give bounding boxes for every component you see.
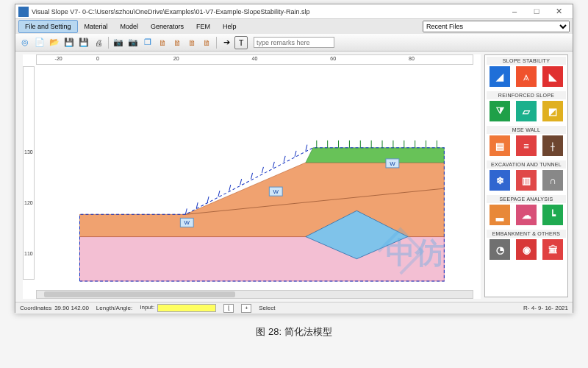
layer-orange bbox=[80, 163, 445, 237]
reinforced-3-icon[interactable]: ◩ bbox=[542, 101, 563, 121]
vertical-ruler: 130 120 110 bbox=[23, 66, 35, 280]
menu-fem[interactable]: FEM bbox=[190, 21, 216, 32]
snap-2-icon[interactable]: + bbox=[241, 304, 251, 313]
reinforced-1-icon[interactable]: ⧩ bbox=[490, 101, 510, 121]
svg-line-10 bbox=[295, 151, 296, 157]
arrow-icon[interactable]: ➔ bbox=[220, 36, 233, 49]
svg-line-5 bbox=[240, 179, 242, 185]
toolbar: ◎ 📄 📂 💾 💾 🖨 📷 📷 ❐ 🗎 🗎 🗎 🗎 ➔ T bbox=[15, 34, 573, 52]
reinforced-2-icon[interactable]: ▱ bbox=[516, 101, 537, 121]
scrollbar-thumb[interactable] bbox=[44, 291, 235, 297]
page-1-icon[interactable]: 🗎 bbox=[156, 36, 169, 49]
close-button[interactable]: ✕ bbox=[548, 5, 570, 18]
separator bbox=[216, 37, 217, 49]
page-2-icon[interactable]: 🗎 bbox=[171, 36, 184, 49]
slope-model: W W W 中仿 bbox=[36, 66, 473, 289]
print-icon[interactable]: 🖨 bbox=[92, 36, 105, 49]
open-file-icon[interactable]: 📄 bbox=[33, 36, 46, 49]
workspace: -20 0 20 40 60 80 130 120 110 bbox=[15, 52, 573, 302]
minimize-button[interactable]: – bbox=[503, 5, 526, 18]
seepage-3-icon[interactable]: ┕ bbox=[542, 205, 563, 225]
page-4-icon[interactable]: 🗎 bbox=[200, 36, 213, 49]
menu-generators[interactable]: Generators bbox=[145, 21, 190, 32]
text-tool-icon[interactable]: T bbox=[234, 36, 248, 49]
folder-icon[interactable]: 📂 bbox=[48, 36, 61, 49]
separator bbox=[108, 37, 109, 49]
slope-stability-2-icon[interactable]: ⟑ bbox=[516, 66, 537, 87]
svg-line-3 bbox=[218, 191, 220, 197]
tunnel-icon[interactable]: ∩ bbox=[542, 170, 563, 191]
menubar: File and Setting Material Model Generato… bbox=[15, 19, 573, 34]
svg-line-6 bbox=[251, 173, 253, 179]
figure-caption: 图 28: 简化法模型 bbox=[0, 316, 588, 339]
horizontal-ruler: -20 0 20 40 60 80 bbox=[36, 54, 473, 65]
embankment-2-icon[interactable]: ◉ bbox=[516, 239, 537, 260]
menu-model[interactable]: Model bbox=[115, 21, 145, 32]
embankment-1-icon[interactable]: ◔ bbox=[490, 239, 510, 260]
status-coord-label: Coordinates bbox=[20, 305, 51, 311]
menu-material[interactable]: Material bbox=[79, 21, 114, 32]
watermark: 中仿 bbox=[386, 236, 444, 268]
scrollbar-horizontal[interactable] bbox=[36, 290, 473, 299]
mse-1-icon[interactable]: ▤ bbox=[490, 135, 510, 156]
group-head-slope-stability: SLOPE STABILITY bbox=[487, 57, 566, 65]
status-input-label: Input: bbox=[140, 304, 154, 312]
svg-line-11 bbox=[306, 145, 307, 151]
group-head-seepage: SEEPAGE ANALYSIS bbox=[487, 195, 566, 203]
mse-2-icon[interactable]: ≡ bbox=[516, 135, 537, 156]
status-coord-value: 39.90 142.00 bbox=[54, 305, 89, 311]
menu-file-and-setting[interactable]: File and Setting bbox=[18, 20, 78, 33]
layer-green bbox=[306, 148, 444, 163]
app-icon bbox=[18, 7, 29, 17]
seepage-1-icon[interactable]: ▂ bbox=[490, 205, 510, 225]
svg-line-9 bbox=[284, 156, 285, 162]
side-panel: SLOPE STABILITY ◢ ⟑ ◣ REINFORCED SLOPE ⧩… bbox=[484, 54, 568, 297]
camera-icon[interactable]: 📷 bbox=[112, 36, 125, 49]
window-title: Visual Slope V7- 0-C:\Users\szhou\OneDri… bbox=[32, 8, 503, 15]
group-head-reinforced-slope: REINFORCED SLOPE bbox=[487, 91, 566, 99]
svg-line-7 bbox=[262, 167, 263, 173]
save-as-icon[interactable]: 💾 bbox=[77, 36, 90, 49]
embankment-3-icon[interactable]: 🏛 bbox=[542, 239, 563, 260]
svg-line-4 bbox=[229, 185, 231, 191]
status-date: R- 4- 9- 16- 2021 bbox=[523, 305, 568, 311]
w-label-2: W bbox=[273, 188, 279, 195]
w-label-3: W bbox=[390, 160, 395, 167]
slope-stability-1-icon[interactable]: ◢ bbox=[490, 66, 510, 87]
svg-line-0 bbox=[185, 208, 187, 214]
svg-line-2 bbox=[207, 197, 209, 202]
svg-line-1 bbox=[196, 202, 198, 208]
menu-help[interactable]: Help bbox=[217, 21, 243, 32]
canvas-area: -20 0 20 40 60 80 130 120 110 bbox=[23, 54, 481, 299]
remarks-input[interactable] bbox=[254, 37, 334, 48]
excavation-2-icon[interactable]: ▥ bbox=[516, 170, 537, 191]
status-length-label: Length/Angle: bbox=[96, 305, 132, 311]
snap-1-icon[interactable]: ⌊ bbox=[223, 304, 234, 313]
drawing-canvas[interactable]: W W W 中仿 bbox=[36, 66, 473, 289]
save-icon[interactable]: 💾 bbox=[62, 36, 76, 49]
titlebar: Visual Slope V7- 0-C:\Users\szhou\OneDri… bbox=[15, 4, 573, 19]
top-marks bbox=[317, 141, 437, 148]
w-label-1: W bbox=[184, 219, 190, 226]
status-input-field[interactable] bbox=[157, 304, 216, 312]
group-head-mse-wall: MSE WALL bbox=[487, 126, 566, 134]
page-3-icon[interactable]: 🗎 bbox=[185, 36, 198, 49]
recent-files-dropdown[interactable]: Recent Files bbox=[423, 21, 570, 32]
seepage-2-icon[interactable]: ☁ bbox=[516, 205, 537, 225]
excavation-1-icon[interactable]: ❄ bbox=[490, 170, 510, 191]
new-file-icon[interactable]: ◎ bbox=[18, 36, 32, 49]
group-head-embankment: EMBANKMENT & OTHERS bbox=[487, 230, 566, 238]
statusbar: Coordinates 39.90 142.00 Length/Angle: I… bbox=[15, 302, 573, 314]
group-head-excavation-tunnel: EXCAVATION AND TUNNEL bbox=[487, 160, 566, 169]
slope-stability-3-icon[interactable]: ◣ bbox=[542, 66, 563, 87]
camera-2-icon[interactable]: 📷 bbox=[126, 36, 140, 49]
mse-3-icon[interactable]: ⟊ bbox=[542, 135, 563, 156]
svg-line-8 bbox=[273, 162, 274, 168]
window-icon[interactable]: ❐ bbox=[141, 36, 154, 49]
status-select-label: Select bbox=[259, 305, 275, 311]
app-window: Visual Slope V7- 0-C:\Users\szhou\OneDri… bbox=[15, 4, 573, 313]
maximize-button[interactable]: □ bbox=[526, 5, 548, 18]
